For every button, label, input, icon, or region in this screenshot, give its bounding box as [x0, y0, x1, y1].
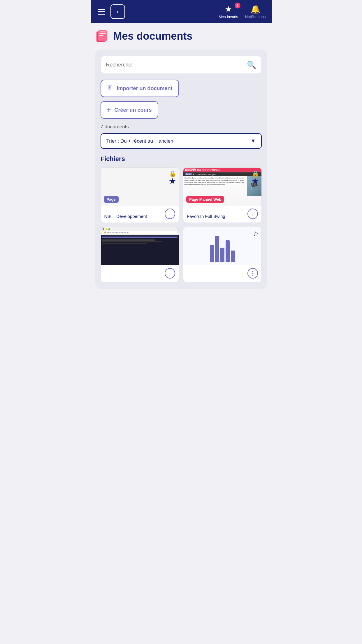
- star-outline-icon: ☆: [253, 230, 259, 238]
- main-card: 🔍 Importer un document + Créer un cours …: [95, 50, 267, 289]
- create-course-button[interactable]: + Créer un cours: [101, 101, 158, 119]
- sort-label: Trier : Du + récent au + ancien: [106, 138, 173, 144]
- create-button-label: Créer un cours: [115, 107, 152, 113]
- doc-card-favori[interactable]: FOCUS 1 The Power of Others DOC.1 A comm…: [183, 167, 262, 223]
- favorites-label: Mes favoris: [219, 15, 238, 19]
- import-document-button[interactable]: Importer un document: [101, 80, 179, 97]
- star-icon: ★: [225, 4, 232, 14]
- chevron-down-icon: ▼: [251, 138, 256, 144]
- doc-preview-favori: FOCUS 1 The Power of Others DOC.1 A comm…: [183, 168, 261, 206]
- sort-dropdown[interactable]: Trier : Du + récent au + ancien ▼: [101, 133, 262, 149]
- chart-bar: [231, 251, 235, 262]
- svg-rect-3: [99, 33, 106, 34]
- star-icon: ★: [168, 176, 176, 186]
- doc-preview-chart: ☆: [183, 227, 261, 265]
- page-content: Mes documents 🔍 Importer un document +: [91, 23, 272, 295]
- nav-notifications[interactable]: 🔔 Notifications: [245, 4, 266, 19]
- svg-rect-2: [99, 32, 106, 32]
- doc-more-button[interactable]: ⋮: [165, 268, 175, 279]
- back-button[interactable]: ‹: [110, 4, 125, 19]
- page-title: Mes documents: [113, 30, 193, 42]
- search-button[interactable]: 🔍: [247, 60, 256, 69]
- doc-card-footer: Favori In Full Swing ⋮: [183, 206, 261, 223]
- search-container: 🔍: [101, 56, 262, 74]
- doc-card-browser[interactable]: 🔒 next-rece.educadhoc.fr/...: [101, 227, 179, 282]
- upload-icon: [107, 84, 113, 92]
- chart-preview: [183, 227, 261, 265]
- nav-favorites[interactable]: ★ 2 Mes favoris: [219, 4, 238, 19]
- search-input[interactable]: [106, 62, 247, 68]
- import-button-label: Importer un document: [117, 85, 173, 92]
- doc-card-footer: ⋮: [101, 265, 179, 282]
- doc-card-chart[interactable]: ☆ ⋮: [183, 227, 262, 282]
- doc-type-badge: Page Manuel Web: [186, 196, 224, 203]
- hamburger-line: [98, 14, 105, 15]
- app-header: ‹ ★ 2 Mes favoris 🔔 Notifications: [91, 0, 272, 23]
- doc-title: NSI – Développement: [104, 214, 163, 219]
- browser-thumbnail: 🔒 next-rece.educadhoc.fr/...: [101, 227, 179, 265]
- docs-count: 7 documents: [101, 124, 262, 130]
- doc-card-footer: ⋮: [183, 265, 261, 282]
- doc-title: Favori In Full Swing: [187, 214, 246, 219]
- doc-card-nsi[interactable]: 🔒 ★ Page NSI – Développement ⋮: [101, 167, 179, 223]
- ellipsis-icon: ⋮: [167, 211, 173, 216]
- bell-icon: 🔔: [250, 4, 261, 14]
- svg-rect-4: [99, 35, 103, 36]
- ellipsis-icon: ⋮: [167, 271, 173, 276]
- chart-bar: [226, 240, 230, 262]
- search-icon: 🔍: [247, 60, 256, 69]
- chart-bar: [210, 245, 214, 262]
- doc-card-footer: NSI – Développement ⋮: [101, 206, 179, 223]
- doc-preview-browser: 🔒 next-rece.educadhoc.fr/...: [101, 227, 179, 265]
- documents-icon: [95, 29, 109, 43]
- header-divider: [130, 6, 130, 18]
- star-icon: ★: [251, 176, 259, 186]
- browser-content: [101, 235, 179, 265]
- doc-type-badge: Page: [104, 196, 119, 203]
- ellipsis-icon: ⋮: [250, 211, 255, 216]
- browser-bar: 🔒 next-rece.educadhoc.fr/...: [101, 227, 179, 235]
- chart-bar: [220, 248, 224, 262]
- hamburger-line: [98, 11, 105, 12]
- chart-bar: [215, 236, 219, 262]
- fichiers-heading: Fichiers: [101, 155, 262, 163]
- favorites-badge: 2: [235, 3, 240, 8]
- page-title-row: Mes documents: [95, 29, 267, 43]
- doc-preview-nsi: 🔒 ★ Page: [101, 168, 179, 206]
- document-grid: 🔒 ★ Page NSI – Développement ⋮: [101, 167, 262, 282]
- doc-more-button[interactable]: ⋮: [247, 209, 258, 219]
- hamburger-line: [98, 9, 105, 10]
- ellipsis-icon: ⋮: [250, 271, 255, 276]
- plus-icon: +: [107, 106, 111, 114]
- hamburger-button[interactable]: [96, 8, 106, 16]
- header-nav: ★ 2 Mes favoris 🔔 Notifications: [219, 4, 266, 19]
- notifications-label: Notifications: [245, 15, 266, 19]
- doc-more-button[interactable]: ⋮: [247, 268, 258, 279]
- doc-more-button[interactable]: ⋮: [165, 209, 175, 219]
